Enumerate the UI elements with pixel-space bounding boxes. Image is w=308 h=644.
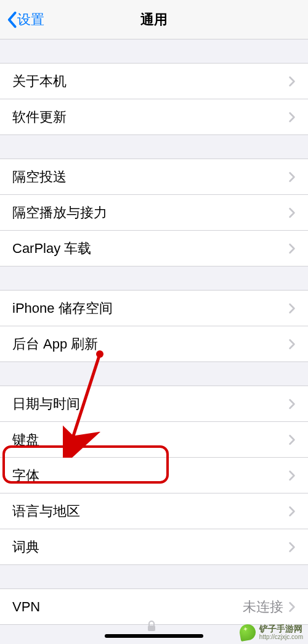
row-airplay-handoff[interactable]: 隔空播放与接力 xyxy=(0,195,308,231)
row-label: VPN xyxy=(12,599,243,615)
row-about[interactable]: 关于本机 xyxy=(0,64,308,99)
row-language-region[interactable]: 语言与地区 xyxy=(0,493,308,529)
chevron-right-icon xyxy=(288,434,296,445)
chevron-right-icon xyxy=(288,398,296,410)
row-airdrop[interactable]: 隔空投送 xyxy=(0,159,308,195)
page-title: 通用 xyxy=(140,10,168,29)
settings-group: 日期与时间键盘字体语言与地区词典 xyxy=(0,386,308,565)
chevron-right-icon xyxy=(288,207,296,218)
row-label: 隔空投送 xyxy=(12,168,288,186)
row-background-app-refresh[interactable]: 后台 App 刷新 xyxy=(0,326,308,362)
svg-rect-2 xyxy=(148,625,155,631)
row-label: 字体 xyxy=(12,466,288,485)
watermark-name: 铲子手游网 xyxy=(259,624,302,634)
row-keyboard[interactable]: 键盘 xyxy=(0,422,308,458)
row-label: 键盘 xyxy=(12,431,288,449)
back-label: 设置 xyxy=(17,10,44,29)
row-software-update[interactable]: 软件更新 xyxy=(0,99,308,135)
row-fonts[interactable]: 字体 xyxy=(0,458,308,493)
chevron-right-icon xyxy=(288,76,296,87)
nav-bar: 设置 通用 xyxy=(0,0,308,39)
watermark: 铲子手游网 http://czjxjc.com xyxy=(240,624,303,640)
row-carplay[interactable]: CarPlay 车载 xyxy=(0,231,308,266)
row-label: 关于本机 xyxy=(12,72,288,91)
row-iphone-storage[interactable]: iPhone 储存空间 xyxy=(0,291,308,326)
chevron-right-icon xyxy=(288,542,296,553)
chevron-right-icon xyxy=(288,303,296,314)
settings-group: 隔空投送隔空播放与接力CarPlay 车载 xyxy=(0,159,308,266)
row-label: 隔空播放与接力 xyxy=(12,204,288,222)
row-label: iPhone 储存空间 xyxy=(12,299,288,318)
chevron-right-icon xyxy=(288,470,296,481)
settings-group: 关于本机软件更新 xyxy=(0,63,308,135)
chevron-right-icon xyxy=(288,601,296,613)
settings-group: iPhone 储存空间后台 App 刷新 xyxy=(0,290,308,362)
row-label: CarPlay 车载 xyxy=(12,239,288,258)
row-vpn[interactable]: VPN未连接 xyxy=(0,589,308,625)
watermark-url: http://czjxjc.com xyxy=(259,634,303,640)
row-date-time[interactable]: 日期与时间 xyxy=(0,386,308,422)
row-label: 日期与时间 xyxy=(12,395,288,413)
row-dictionary[interactable]: 词典 xyxy=(0,529,308,565)
row-label: 后台 App 刷新 xyxy=(12,335,288,353)
watermark-logo-icon xyxy=(238,623,257,642)
chevron-right-icon xyxy=(288,171,296,183)
chevron-right-icon xyxy=(288,243,296,254)
back-button[interactable]: 设置 xyxy=(0,10,44,29)
settings-group: VPN未连接 xyxy=(0,588,308,625)
chevron-left-icon xyxy=(6,11,17,28)
chevron-right-icon xyxy=(288,506,296,517)
row-label: 软件更新 xyxy=(12,108,288,126)
row-label: 词典 xyxy=(12,538,288,556)
chevron-right-icon xyxy=(288,112,296,123)
row-label: 语言与地区 xyxy=(12,502,288,521)
home-indicator xyxy=(105,634,203,638)
row-value: 未连接 xyxy=(243,598,283,616)
chevron-right-icon xyxy=(288,339,296,350)
